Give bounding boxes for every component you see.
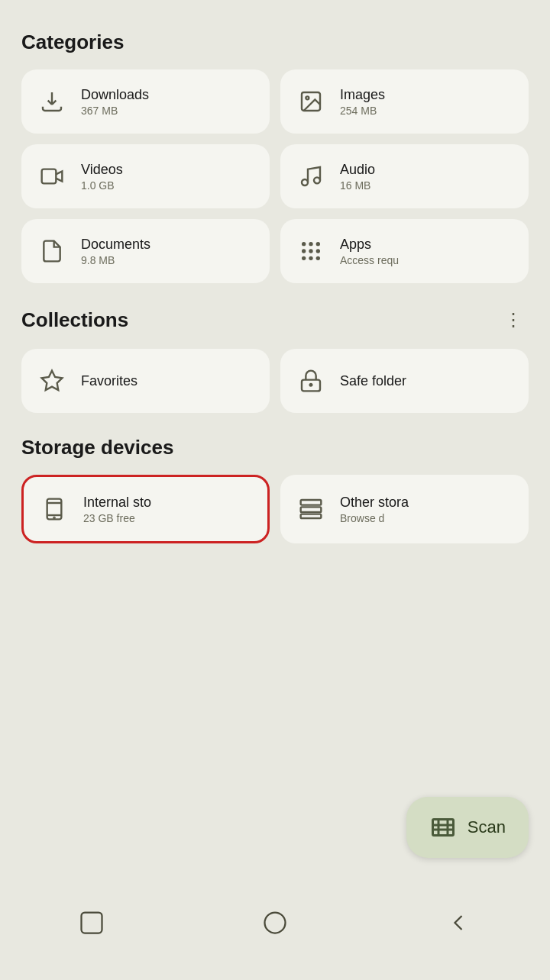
audio-size: 16 MB <box>340 179 375 192</box>
apps-label: Apps <box>340 237 399 253</box>
audio-label: Audio <box>340 162 375 178</box>
svg-point-7 <box>316 242 320 246</box>
category-documents[interactable]: Documents 9.8 MB <box>21 219 270 283</box>
lock-icon <box>296 366 326 396</box>
star-icon <box>37 366 67 396</box>
internal-label: Internal sto <box>83 495 151 511</box>
svg-point-1 <box>306 96 309 99</box>
svg-point-20 <box>53 517 54 518</box>
documents-size: 9.8 MB <box>81 254 150 266</box>
scan-icon <box>429 814 457 841</box>
download-icon <box>37 86 67 117</box>
downloads-label: Downloads <box>81 87 149 103</box>
collections-title: Collections <box>21 308 128 332</box>
category-apps[interactable]: Apps Access requ <box>280 219 529 283</box>
svg-point-8 <box>302 249 306 253</box>
apps-icon <box>296 236 326 266</box>
images-label: Images <box>340 87 385 103</box>
apps-subtitle: Access requ <box>340 254 399 266</box>
svg-marker-14 <box>42 371 63 390</box>
svg-point-32 <box>265 913 286 933</box>
svg-rect-17 <box>47 499 62 520</box>
categories-row-1: Downloads 367 MB Images 254 MB <box>21 69 529 134</box>
svg-point-12 <box>309 256 312 260</box>
collections-more-icon[interactable]: ⋮ <box>498 306 529 334</box>
images-size: 254 MB <box>340 105 385 117</box>
svg-rect-2 <box>42 169 57 184</box>
svg-point-9 <box>309 249 312 253</box>
svg-point-10 <box>316 249 320 253</box>
bottom-nav <box>0 881 550 980</box>
scan-fab[interactable]: Scan <box>406 797 529 858</box>
category-images[interactable]: Images 254 MB <box>280 69 529 134</box>
categories-row-3: Documents 9.8 MB Apps <box>21 219 529 283</box>
storage-header: Storage devices <box>21 436 529 459</box>
video-icon <box>37 161 67 192</box>
collection-safe-folder[interactable]: Safe folder <box>280 349 529 413</box>
collections-header: Collections ⋮ <box>21 306 529 334</box>
svg-point-6 <box>309 242 312 246</box>
scan-label: Scan <box>467 817 506 837</box>
videos-size: 1.0 GB <box>81 179 123 192</box>
safe-folder-label: Safe folder <box>340 373 406 389</box>
category-videos[interactable]: Videos 1.0 GB <box>21 144 270 208</box>
storage-other[interactable]: Other stora Browse d <box>280 475 529 543</box>
categories-row-2: Videos 1.0 GB Audio 16 MB <box>21 144 529 208</box>
downloads-size: 367 MB <box>81 105 149 117</box>
videos-label: Videos <box>81 162 123 178</box>
svg-point-13 <box>316 256 320 260</box>
document-icon <box>37 236 67 266</box>
storage-title: Storage devices <box>21 436 173 459</box>
svg-rect-22 <box>301 507 322 512</box>
phone-icon <box>39 494 70 524</box>
internal-free: 23 GB free <box>83 512 151 524</box>
other-storage-subtitle: Browse d <box>340 512 409 524</box>
svg-point-5 <box>302 242 306 246</box>
nav-home-button[interactable] <box>254 902 296 944</box>
category-downloads[interactable]: Downloads 367 MB <box>21 69 270 134</box>
collection-favorites[interactable]: Favorites <box>21 349 270 413</box>
svg-point-16 <box>310 384 312 386</box>
storage-internal[interactable]: Internal sto 23 GB free <box>21 475 270 543</box>
svg-rect-23 <box>301 514 322 518</box>
svg-point-11 <box>302 256 306 260</box>
svg-point-3 <box>302 179 308 185</box>
svg-point-4 <box>314 177 320 183</box>
svg-rect-31 <box>82 913 102 933</box>
svg-rect-26 <box>432 820 453 836</box>
collections-row: Favorites Safe folder <box>21 349 529 413</box>
image-icon <box>296 86 326 117</box>
storage-row: Internal sto 23 GB free Other stora Brow… <box>21 475 529 543</box>
categories-title: Categories <box>21 31 529 54</box>
svg-rect-21 <box>301 500 322 505</box>
category-audio[interactable]: Audio 16 MB <box>280 144 529 208</box>
nav-back-button[interactable] <box>438 902 480 944</box>
server-icon <box>296 494 326 524</box>
other-storage-label: Other stora <box>340 495 409 511</box>
favorites-label: Favorites <box>81 373 138 389</box>
audio-icon <box>296 161 326 192</box>
documents-label: Documents <box>81 237 150 253</box>
nav-square-button[interactable] <box>71 902 113 944</box>
